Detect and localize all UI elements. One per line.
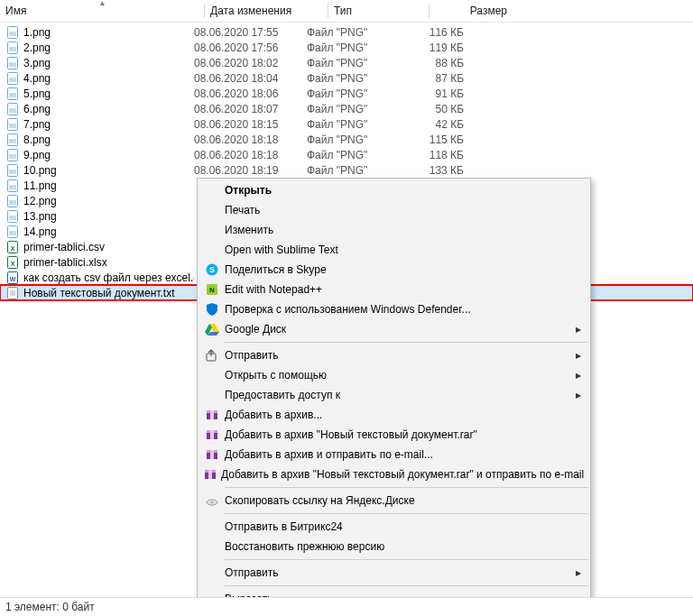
- menu-item-label: Открыть: [225, 184, 272, 197]
- file-row[interactable]: 10.png08.06.2020 18:19Файл "PNG"133 КБ: [0, 162, 693, 178]
- file-name-cell: 2.png: [5, 41, 194, 55]
- skype-icon: S: [203, 262, 221, 277]
- file-name-cell: 9.png: [5, 148, 194, 162]
- file-name-cell: 13.png: [5, 209, 194, 224]
- file-row[interactable]: 4.png08.06.2020 18:04Файл "PNG"87 КБ: [0, 70, 693, 86]
- svg-point-26: [10, 155, 12, 157]
- img-file-icon: [5, 225, 20, 239]
- file-name-label: Новый текстовый документ.txt: [23, 287, 175, 299]
- file-row[interactable]: 1.png08.06.2020 17:55Файл "PNG"116 КБ: [0, 24, 693, 40]
- file-date-cell: 08.06.2020 18:07: [194, 103, 307, 115]
- file-name-cell: Новый текстовый документ.txt: [5, 286, 194, 300]
- column-header-name[interactable]: ▲ Имя: [0, 0, 205, 22]
- file-date-cell: 08.06.2020 18:18: [194, 149, 307, 161]
- menu-item[interactable]: Добавить в архив...: [198, 405, 590, 425]
- menu-item[interactable]: Открыть с помощью: [198, 365, 590, 385]
- file-name-cell: 11.png: [5, 179, 194, 193]
- img-file-icon: [5, 117, 20, 132]
- menu-item-label: Добавить в архив и отправить по e-mail..…: [225, 448, 433, 461]
- menu-item[interactable]: Open with Sublime Text: [198, 240, 590, 260]
- svg-point-2: [10, 32, 12, 34]
- file-row[interactable]: 8.png08.06.2020 18:18Файл "PNG"115 КБ: [0, 132, 693, 147]
- file-size-cell: 116 КБ: [397, 26, 464, 39]
- file-row[interactable]: 7.png08.06.2020 18:15Файл "PNG"42 КБ: [0, 116, 693, 132]
- file-name-label: primer-tablici.csv: [23, 241, 105, 253]
- file-row[interactable]: 2.png08.06.2020 17:56Файл "PNG"119 КБ: [0, 40, 693, 55]
- menu-item[interactable]: Предоставить доступ к: [198, 385, 590, 405]
- file-name-label: 5.png: [23, 87, 51, 100]
- file-size-cell: 115 КБ: [397, 133, 464, 146]
- menu-item[interactable]: Добавить в архив "Новый текстовый докуме…: [198, 425, 590, 445]
- file-type-cell: Файл "PNG": [307, 118, 397, 131]
- menu-separator: [225, 342, 588, 343]
- column-header-type[interactable]: Тип: [328, 0, 430, 22]
- blank-icon: [203, 223, 221, 237]
- img-file-icon: [5, 194, 20, 208]
- file-date-cell: 08.06.2020 17:55: [194, 26, 307, 39]
- svg-marker-58: [208, 332, 219, 336]
- menu-item[interactable]: Открыть: [198, 180, 590, 200]
- file-row[interactable]: 6.png08.06.2020 18:07Файл "PNG"50 КБ: [0, 101, 693, 116]
- column-header-date-label: Дата изменения: [210, 5, 291, 17]
- gdrive-icon: [203, 322, 221, 336]
- file-type-cell: Файл "PNG": [307, 87, 397, 100]
- menu-item[interactable]: Восстановить прежнюю версию: [198, 537, 590, 556]
- menu-separator: [225, 487, 588, 488]
- blank-icon: [203, 183, 221, 198]
- svg-point-5: [10, 48, 12, 50]
- file-size-cell: 42 КБ: [397, 118, 464, 131]
- file-type-cell: Файл "PNG": [307, 26, 397, 39]
- file-size-cell: 88 КБ: [397, 57, 464, 69]
- file-row[interactable]: 3.png08.06.2020 18:02Файл "PNG"88 КБ: [0, 55, 693, 70]
- file-name-cell: 4.png: [5, 71, 194, 86]
- winrar-icon: [203, 467, 217, 482]
- menu-item[interactable]: Отправить: [198, 345, 590, 365]
- img-file-icon: [5, 163, 20, 178]
- menu-item-label: Добавить в архив...: [225, 409, 322, 421]
- file-type-cell: Файл "PNG": [307, 57, 397, 69]
- menu-item[interactable]: Добавить в архив "Новый текстовый докуме…: [198, 464, 590, 484]
- docx-file-icon: W: [5, 271, 20, 285]
- file-name-label: 14.png: [23, 225, 57, 238]
- menu-item[interactable]: NEdit with Notepad++: [198, 280, 590, 299]
- file-size-cell: 87 КБ: [397, 72, 464, 85]
- file-name-cell: 1.png: [5, 25, 194, 40]
- menu-item-label: Предоставить доступ к: [225, 389, 340, 401]
- file-name-label: 2.png: [23, 41, 51, 54]
- column-header-date[interactable]: Дата изменения: [205, 0, 328, 22]
- share-icon: [203, 348, 221, 363]
- svg-text:W: W: [10, 276, 16, 282]
- menu-item[interactable]: Проверка с использованием Windows Defend…: [198, 299, 590, 319]
- blank-icon: [203, 565, 221, 580]
- defender-icon: [203, 302, 221, 317]
- file-name-cell: Xprimer-tablici.xlsx: [5, 255, 194, 270]
- menu-item-label: Добавить в архив "Новый текстовый докуме…: [221, 468, 584, 481]
- file-row[interactable]: 9.png08.06.2020 18:18Файл "PNG"118 КБ: [0, 147, 693, 162]
- column-header-size[interactable]: Размер: [430, 0, 513, 22]
- menu-item[interactable]: Отправить: [198, 563, 590, 583]
- menu-item[interactable]: SПоделиться в Skype: [198, 260, 590, 280]
- file-date-cell: 08.06.2020 18:18: [194, 133, 307, 146]
- svg-point-23: [10, 140, 12, 142]
- status-bar: 1 элемент: 0 байт: [0, 597, 693, 616]
- menu-item-label: Отправить: [225, 566, 279, 579]
- menu-item[interactable]: Отправить в Битрикс24: [198, 517, 590, 537]
- blank-icon: [203, 388, 221, 402]
- winrar-icon: [203, 447, 221, 462]
- svg-point-8: [10, 63, 12, 65]
- svg-rect-65: [210, 430, 214, 439]
- file-name-cell: 5.png: [5, 87, 194, 101]
- menu-item[interactable]: Скопировать ссылку на Яндекс.Диске: [198, 491, 590, 510]
- file-type-cell: Файл "PNG": [307, 133, 397, 146]
- file-name-label: 7.png: [23, 118, 51, 131]
- blank-icon: [203, 368, 221, 382]
- file-name-label: как создать csv файл через excel.docx: [23, 271, 194, 284]
- file-name-label: 3.png: [23, 57, 51, 69]
- menu-item-label: Открыть с помощью: [225, 369, 327, 382]
- file-row[interactable]: 5.png08.06.2020 18:06Файл "PNG"91 КБ: [0, 86, 693, 101]
- menu-item[interactable]: Изменить: [198, 220, 590, 240]
- menu-item[interactable]: Добавить в архив и отправить по e-mail..…: [198, 445, 590, 464]
- menu-item[interactable]: Печать: [198, 200, 590, 220]
- menu-separator: [225, 513, 588, 514]
- menu-item[interactable]: Google Диск: [198, 319, 590, 339]
